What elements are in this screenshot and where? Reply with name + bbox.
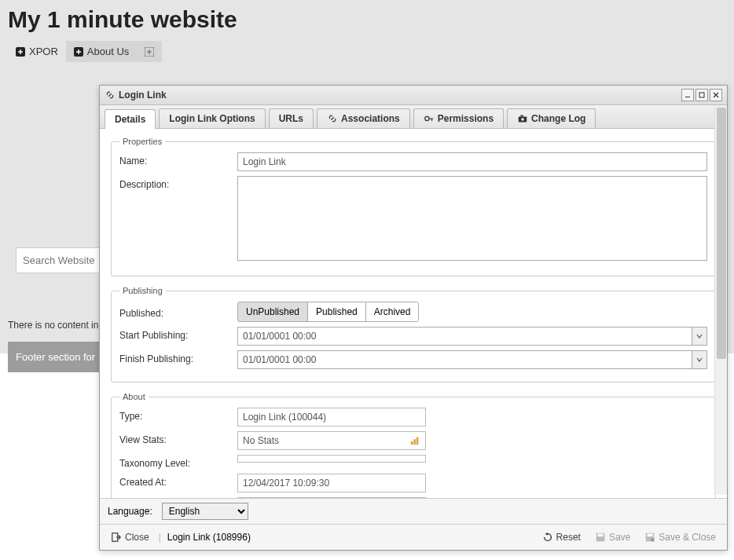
svg-rect-9 <box>411 441 413 445</box>
option-unpublished[interactable]: UnPublished <box>237 302 308 322</box>
svg-rect-4 <box>699 93 704 97</box>
tab-label: Change Log <box>531 113 585 124</box>
taxonomy-label: Taxonomy Level: <box>119 455 237 469</box>
no-content-text: There is no content in <box>8 320 98 331</box>
svg-rect-14 <box>597 534 603 537</box>
minimize-button[interactable] <box>681 89 694 101</box>
type-value: Login Link (100044) <box>237 408 426 426</box>
taxonomy-value <box>237 455 426 463</box>
tab-details[interactable]: Details <box>105 109 156 129</box>
separator: | <box>159 532 161 543</box>
created-by-label: Created By: <box>119 497 237 498</box>
dialog-body: Properties Name: Description: Publishing… <box>100 129 727 498</box>
tab-login-link-options[interactable]: Login Link Options <box>159 108 265 128</box>
search-box <box>16 247 102 273</box>
nav-bar: XPOR About Us <box>8 41 726 62</box>
language-label: Language: <box>108 506 152 517</box>
view-stats-label: View Stats: <box>119 431 237 445</box>
created-at-label: Created At: <box>119 474 237 488</box>
option-archived[interactable]: Archived <box>365 302 420 322</box>
chevron-down-icon[interactable] <box>692 350 707 369</box>
dialog-titlebar: Login Link <box>100 86 727 105</box>
published-toggle: UnPublished Published Archived <box>237 302 707 322</box>
dialog-title-text: Login Link <box>119 90 167 101</box>
nav-item-add[interactable] <box>137 41 162 62</box>
svg-point-7 <box>521 118 524 121</box>
breadcrumb: Login Link (108996) <box>167 532 251 543</box>
reset-label: Reset <box>556 532 581 543</box>
nav-label: XPOR <box>29 46 58 57</box>
svg-rect-3 <box>685 97 690 97</box>
properties-legend: Properties <box>119 137 165 146</box>
save-close-label: Save & Close <box>659 532 716 543</box>
published-label: Published: <box>119 305 237 319</box>
svg-rect-10 <box>413 439 416 445</box>
language-bar: Language: English <box>100 498 727 524</box>
publishing-fieldset: Publishing Published: UnPublished Publis… <box>111 286 716 382</box>
created-at-value: 12/04/2017 10:09:30 <box>237 474 426 492</box>
tab-label: Associations <box>341 113 400 124</box>
description-input[interactable] <box>237 176 707 261</box>
svg-rect-11 <box>417 437 419 445</box>
close-label: Close <box>125 532 149 543</box>
page-title: My 1 minute website <box>8 6 726 33</box>
bottom-bar: Close | Login Link (108996) Reset Save S… <box>100 524 727 550</box>
name-input[interactable] <box>237 152 707 171</box>
tab-permissions[interactable]: Permissions <box>413 108 504 128</box>
plus-icon <box>145 47 154 57</box>
tab-urls[interactable]: URLs <box>269 108 314 128</box>
properties-fieldset: Properties Name: Description: <box>111 137 716 276</box>
close-button[interactable] <box>710 89 722 101</box>
created-by-value: Chris Dockree (25) <box>237 497 426 498</box>
finish-publishing-input[interactable] <box>237 350 692 369</box>
scrollbar-thumb[interactable] <box>717 108 726 359</box>
language-select[interactable]: English <box>162 503 248 520</box>
chart-icon[interactable] <box>409 435 420 446</box>
svg-rect-16 <box>648 534 653 537</box>
reset-button[interactable]: Reset <box>539 529 584 545</box>
about-fieldset: About Type: Login Link (100044) View Sta… <box>111 392 716 498</box>
tab-bar: Details Login Link Options URLs Associat… <box>100 105 727 129</box>
nav-item-about[interactable]: About Us <box>66 41 137 62</box>
description-label: Description: <box>119 176 237 190</box>
tab-change-log[interactable]: Change Log <box>507 108 596 128</box>
save-close-icon <box>644 532 655 543</box>
close-action[interactable]: Close <box>108 529 152 545</box>
login-link-dialog: Login Link Details Login Link Options UR… <box>99 85 728 551</box>
publishing-legend: Publishing <box>119 286 166 295</box>
tab-associations[interactable]: Associations <box>317 108 410 128</box>
key-icon <box>424 113 435 124</box>
tab-label: Permissions <box>438 113 494 124</box>
camera-icon <box>517 113 528 124</box>
start-publishing-label: Start Publishing: <box>119 327 237 341</box>
exit-icon <box>111 532 122 543</box>
option-published[interactable]: Published <box>307 302 366 322</box>
finish-publishing-label: Finish Publishing: <box>119 350 237 364</box>
about-legend: About <box>119 392 149 401</box>
save-icon <box>595 532 606 543</box>
search-input[interactable] <box>16 247 102 273</box>
refresh-icon <box>542 532 553 543</box>
plus-icon <box>16 47 25 57</box>
link-icon <box>327 113 338 124</box>
nav-label: About Us <box>87 46 129 57</box>
type-label: Type: <box>119 408 237 422</box>
svg-rect-8 <box>520 115 523 117</box>
plus-icon <box>74 47 83 57</box>
name-label: Name: <box>119 152 237 167</box>
save-label: Save <box>609 532 630 543</box>
view-stats-value: No Stats <box>243 435 279 446</box>
scrollbar[interactable] <box>714 106 727 495</box>
svg-point-5 <box>424 116 428 120</box>
save-close-button[interactable]: Save & Close <box>641 529 719 545</box>
save-button[interactable]: Save <box>592 529 633 545</box>
view-stats-box: No Stats <box>237 431 426 450</box>
start-publishing-input[interactable] <box>237 327 692 346</box>
maximize-button[interactable] <box>695 89 708 101</box>
link-icon <box>105 90 116 101</box>
chevron-down-icon[interactable] <box>692 327 707 346</box>
nav-item-xpor[interactable]: XPOR <box>8 41 66 62</box>
